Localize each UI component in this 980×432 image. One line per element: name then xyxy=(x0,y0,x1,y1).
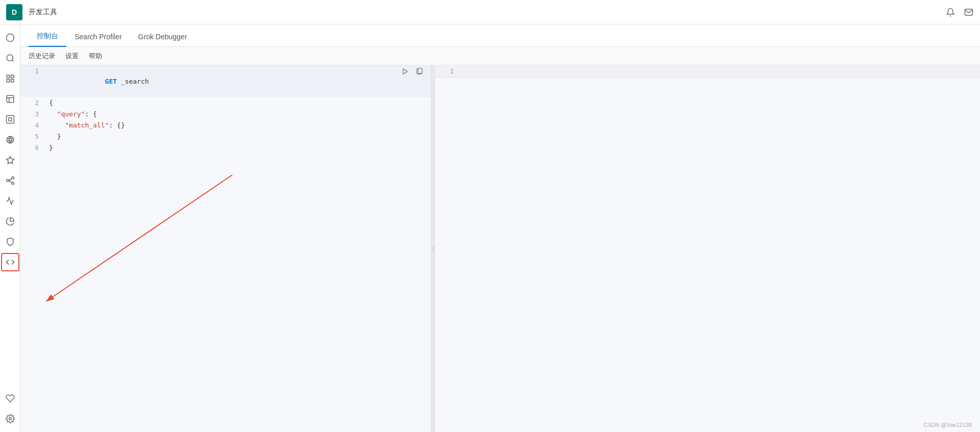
svg-rect-6 xyxy=(7,80,9,82)
watermark: CSDN @Vae12138 xyxy=(923,422,972,428)
editor-area: 1 GET _search 2 { 3 "query": { xyxy=(20,65,980,432)
svg-point-15 xyxy=(12,182,14,185)
code-editor[interactable]: 1 GET _search 2 { 3 "query": { xyxy=(20,65,431,432)
svg-rect-5 xyxy=(11,80,13,82)
editor-toolbar xyxy=(400,66,425,77)
sidebar-item-apm[interactable] xyxy=(1,192,19,210)
result-line-number: 1 xyxy=(435,65,460,77)
svg-point-11 xyxy=(7,136,14,143)
sidebar-item-discover[interactable] xyxy=(1,49,19,67)
code-url: _search xyxy=(117,78,149,85)
svg-line-16 xyxy=(9,179,12,181)
content-area: 控制台 Search Profiler Grok Debugger 历史记录 设… xyxy=(20,24,980,432)
sidebar-item-settings[interactable] xyxy=(1,410,19,428)
sidebar-item-home[interactable] xyxy=(1,29,19,47)
line-num-6: 6 xyxy=(20,142,45,153)
svg-marker-12 xyxy=(6,157,14,164)
code-line-2: 2 { xyxy=(20,97,431,108)
tab-console[interactable]: 控制台 xyxy=(29,27,66,47)
svg-line-17 xyxy=(9,181,12,183)
sidebar xyxy=(0,24,20,432)
svg-rect-7 xyxy=(7,95,14,103)
line-content-5: } xyxy=(45,131,431,142)
tab-grok-debugger[interactable]: Grok Debugger xyxy=(130,28,195,47)
svg-point-1 xyxy=(7,55,13,61)
line-content-2: { xyxy=(45,97,431,108)
line-content-1: GET _search xyxy=(45,65,431,97)
line-num-4: 4 xyxy=(20,119,45,131)
tab-search-profiler[interactable]: Search Profiler xyxy=(66,28,130,47)
sidebar-item-devtools[interactable] xyxy=(1,253,19,271)
editor-pane: 1 GET _search 2 { 3 "query": { xyxy=(20,65,431,432)
sidebar-item-canvas[interactable] xyxy=(1,110,19,129)
run-button[interactable] xyxy=(400,66,410,77)
sidebar-item-monitoring[interactable] xyxy=(1,389,19,408)
toolbar-history[interactable]: 历史记录 xyxy=(29,52,55,61)
sidebar-item-visualize[interactable] xyxy=(1,69,19,88)
svg-point-13 xyxy=(6,180,9,182)
svg-rect-3 xyxy=(7,75,9,78)
result-pane: 1 xyxy=(435,65,980,432)
code-line-1: 1 GET _search xyxy=(20,65,431,97)
code-method: GET xyxy=(105,78,117,85)
sidebar-item-ml[interactable] xyxy=(1,151,19,169)
svg-rect-4 xyxy=(11,75,13,78)
toolbar-help[interactable]: 帮助 xyxy=(89,52,102,61)
line-content-3: "query": { xyxy=(45,108,431,119)
app-title: 开发工具 xyxy=(29,8,57,17)
line-num-3: 3 xyxy=(20,108,45,119)
toolbar-settings[interactable]: 设置 xyxy=(65,52,79,61)
sidebar-item-siem[interactable] xyxy=(1,233,19,251)
line-num-5: 5 xyxy=(20,131,45,142)
svg-point-18 xyxy=(9,418,11,420)
tab-bar: 控制台 Search Profiler Grok Debugger xyxy=(20,24,980,47)
line-num-1: 1 xyxy=(20,65,45,77)
line-num-2: 2 xyxy=(20,97,45,108)
svg-rect-10 xyxy=(6,116,14,123)
result-header-row: 1 xyxy=(435,65,980,78)
main-layout: 控制台 Search Profiler Grok Debugger 历史记录 设… xyxy=(0,24,980,432)
line-content-6: } xyxy=(45,142,431,153)
code-line-5: 5 } xyxy=(20,131,431,142)
kibana-logo: D xyxy=(6,4,22,20)
pane-divider[interactable] xyxy=(431,65,435,432)
sidebar-item-uptime[interactable] xyxy=(1,212,19,231)
svg-line-2 xyxy=(12,60,13,61)
header: D 开发工具 xyxy=(0,0,980,24)
svg-marker-19 xyxy=(403,69,407,74)
line-content-4: "match_all": {} xyxy=(45,119,431,131)
code-line-4: 4 "match_all": {} xyxy=(20,119,431,131)
code-line-6: 6 } xyxy=(20,142,431,153)
sidebar-item-dashboard[interactable] xyxy=(1,90,19,108)
result-body xyxy=(435,78,980,432)
alert-icon[interactable] xyxy=(945,7,955,17)
header-icons xyxy=(945,7,974,17)
mail-icon[interactable] xyxy=(964,7,974,17)
result-header-spacer xyxy=(460,65,980,77)
svg-point-0 xyxy=(6,34,14,42)
copy-button[interactable] xyxy=(414,66,425,77)
toolbar: 历史记录 设置 帮助 xyxy=(20,47,980,65)
code-line-3: 3 "query": { xyxy=(20,108,431,119)
svg-point-14 xyxy=(12,177,14,180)
sidebar-item-graph[interactable] xyxy=(1,171,19,190)
sidebar-item-maps[interactable] xyxy=(1,131,19,149)
